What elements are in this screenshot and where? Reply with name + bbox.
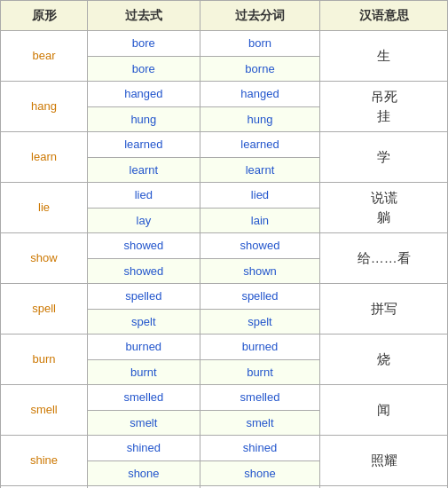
pp-form-cell: smelt xyxy=(200,410,320,436)
pp-form-cell: hanged xyxy=(200,82,320,107)
past-form-cell: shined xyxy=(88,436,200,461)
meaning-cell: 说谎躺 xyxy=(320,183,448,233)
meaning-cell: 照耀 xyxy=(320,436,448,486)
pp-form-cell: showed xyxy=(200,233,320,259)
base-word-cell: bear xyxy=(1,31,88,82)
pp-form-cell: learnt xyxy=(200,157,320,183)
base-word-cell: show xyxy=(1,233,88,284)
past-form-cell: bore xyxy=(88,56,200,82)
table-row: spellspelledspelled拼写 xyxy=(1,284,448,310)
meaning-cell: 闻 xyxy=(320,385,448,436)
table-row: showshowedshowed给……看 xyxy=(1,233,448,259)
past-form-cell: burnt xyxy=(88,359,200,385)
base-word-cell: spell xyxy=(1,284,88,335)
pp-form-cell: lied xyxy=(200,183,320,209)
pp-form-cell: shone xyxy=(200,460,320,486)
past-form-cell: hanged xyxy=(88,82,200,107)
pp-form-cell: hung xyxy=(200,106,320,132)
meaning-cell: 吊死挂 xyxy=(320,82,448,132)
header-past: 过去式 xyxy=(88,1,200,31)
past-form-cell: burned xyxy=(88,335,200,360)
base-word-cell: learn xyxy=(1,132,88,183)
past-form-cell: hung xyxy=(88,106,200,132)
pp-form-cell: learned xyxy=(200,132,320,158)
base-word-cell: burn xyxy=(1,335,88,385)
base-word-cell: lie xyxy=(1,183,88,233)
past-form-cell: lay xyxy=(88,208,200,233)
base-word-cell: shine xyxy=(1,436,88,486)
meaning-cell: 拼写 xyxy=(320,284,448,335)
base-word-cell: smell xyxy=(1,385,88,436)
header-pp: 过去分词 xyxy=(200,1,320,31)
past-form-cell: showed xyxy=(88,258,200,284)
pp-form-cell: born xyxy=(200,31,320,57)
meaning-cell: 学 xyxy=(320,132,448,183)
pp-form-cell: shown xyxy=(200,258,320,284)
past-form-cell: lied xyxy=(88,183,200,209)
pp-form-cell: lain xyxy=(200,208,320,233)
header-base: 原形 xyxy=(1,1,88,31)
base-word-cell: hang xyxy=(1,82,88,132)
table-row: learnlearnedlearned学 xyxy=(1,132,448,158)
pp-form-cell: spelt xyxy=(200,309,320,335)
past-form-cell: showed xyxy=(88,233,200,259)
pp-form-cell: burnt xyxy=(200,359,320,385)
table-row: smellsmelledsmelled闻 xyxy=(1,385,448,411)
table-row: shineshinedshined照耀 xyxy=(1,436,448,461)
header-meaning: 汉语意思 xyxy=(320,1,448,31)
table-row: bearboreborn生 xyxy=(1,31,448,57)
meaning-cell: 给……看 xyxy=(320,233,448,284)
past-form-cell: smelt xyxy=(88,410,200,436)
past-form-cell: smelled xyxy=(88,385,200,411)
pp-form-cell: spelled xyxy=(200,284,320,310)
past-form-cell: shone xyxy=(88,460,200,486)
pp-form-cell: smelled xyxy=(200,385,320,411)
pp-form-cell: borne xyxy=(200,56,320,82)
past-form-cell: learnt xyxy=(88,157,200,183)
meaning-cell: 生 xyxy=(320,31,448,82)
past-form-cell: learned xyxy=(88,132,200,158)
meaning-cell: 烧 xyxy=(320,335,448,385)
past-form-cell: bore xyxy=(88,31,200,57)
pp-form-cell: shined xyxy=(200,436,320,461)
pp-form-cell: burned xyxy=(200,335,320,360)
past-form-cell: spelt xyxy=(88,309,200,335)
table-row: burnburnedburned烧 xyxy=(1,335,448,360)
table-row: lieliedlied说谎躺 xyxy=(1,183,448,209)
irregular-verbs-table: 原形 过去式 过去分词 汉语意思 bearboreborn生boreborneh… xyxy=(0,0,448,488)
table-row: hanghangedhanged吊死挂 xyxy=(1,82,448,107)
past-form-cell: spelled xyxy=(88,284,200,310)
